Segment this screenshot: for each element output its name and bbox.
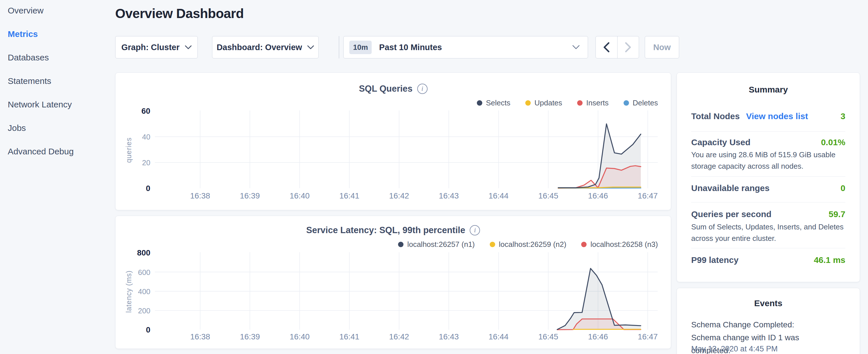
sql-queries-plot[interactable]: 16:3816:3916:4016:4116:4216:4316:4416:45… — [116, 73, 671, 210]
unavailable-ranges-value: 0 — [840, 183, 845, 193]
page-title: Overview Dashboard — [115, 6, 244, 21]
service-latency-chart-card: Service Latency: SQL, 99th percentile i … — [115, 216, 671, 349]
svg-text:400: 400 — [138, 288, 150, 296]
svg-text:0: 0 — [146, 325, 150, 334]
summary-row-p99: P99 latency 46.1 ms — [691, 255, 845, 265]
chevron-down-icon — [307, 45, 314, 50]
divider — [691, 202, 845, 202]
sidebar-item-advanced-debug[interactable]: Advanced Debug — [8, 147, 74, 156]
svg-text:16:38: 16:38 — [190, 191, 210, 200]
now-button[interactable]: Now — [645, 36, 679, 58]
dashboard-dropdown-label: Dashboard: Overview — [217, 43, 302, 52]
svg-text:16:39: 16:39 — [240, 332, 260, 341]
svg-text:16:45: 16:45 — [538, 332, 558, 341]
sidebar-item-statements[interactable]: Statements — [8, 77, 51, 85]
svg-text:16:45: 16:45 — [538, 191, 558, 200]
svg-text:16:38: 16:38 — [190, 332, 210, 341]
svg-text:16:40: 16:40 — [290, 191, 310, 200]
total-nodes-value: 3 — [840, 111, 845, 121]
svg-text:60: 60 — [142, 106, 150, 116]
events-title: Events — [677, 298, 860, 308]
sidebar: Overview Metrics Databases Statements Ne… — [0, 0, 112, 354]
capacity-used-value: 0.01% — [821, 137, 845, 147]
svg-text:600: 600 — [138, 268, 150, 277]
svg-text:20: 20 — [142, 159, 150, 167]
time-range-picker[interactable]: 10m Past 10 Minutes — [343, 36, 588, 58]
qps-value: 59.7 — [829, 210, 845, 219]
sidebar-item-network-latency[interactable]: Network Latency — [8, 100, 72, 109]
divider — [691, 131, 845, 132]
summary-row-total-nodes: Total Nodes View nodes list 3 — [691, 111, 845, 121]
sidebar-item-metrics[interactable]: Metrics — [8, 30, 38, 38]
svg-text:16:42: 16:42 — [389, 191, 409, 200]
svg-text:0: 0 — [146, 184, 150, 193]
svg-text:16:41: 16:41 — [339, 332, 359, 341]
svg-text:16:42: 16:42 — [389, 332, 409, 341]
total-nodes-label: Total Nodes — [691, 111, 740, 121]
divider — [691, 176, 845, 177]
events-panel: Events Schema Change Completed: Schema c… — [677, 288, 860, 354]
sidebar-item-overview[interactable]: Overview — [8, 6, 43, 15]
divider — [691, 248, 845, 248]
svg-text:16:39: 16:39 — [240, 191, 260, 200]
p99-latency-value: 46.1 ms — [814, 255, 845, 265]
graph-dropdown-label: Graph: Cluster — [121, 43, 179, 52]
time-nav-arrows — [595, 36, 639, 58]
time-range-label: Past 10 Minutes — [379, 43, 442, 52]
svg-text:16:41: 16:41 — [339, 191, 359, 200]
svg-text:40: 40 — [142, 133, 150, 141]
capacity-used-label: Capacity Used — [691, 137, 750, 147]
svg-text:200: 200 — [138, 307, 150, 315]
summary-panel: Summary Total Nodes View nodes list 3 Ca… — [677, 72, 860, 282]
summary-row-qps: Queries per second 59.7 — [691, 210, 845, 219]
chevron-left-icon — [603, 42, 610, 53]
service-latency-plot[interactable]: 16:3816:3916:4016:4116:4216:4316:4416:45… — [116, 216, 671, 349]
svg-text:16:43: 16:43 — [439, 191, 459, 200]
event-item-timestamp: May 13, 2020 at 4:45 PM — [691, 345, 778, 353]
svg-text:800: 800 — [137, 248, 150, 257]
svg-text:16:44: 16:44 — [489, 332, 509, 341]
svg-text:16:46: 16:46 — [588, 332, 608, 341]
chevron-down-icon — [185, 45, 192, 50]
sql-queries-chart-card: SQL Queries i SelectsUpdatesInsertsDelet… — [115, 72, 671, 210]
next-time-button[interactable] — [618, 36, 639, 58]
svg-text:16:47: 16:47 — [638, 191, 658, 200]
chevron-down-icon — [572, 45, 580, 50]
summary-row-capacity: Capacity Used 0.01% — [691, 137, 845, 147]
qps-label: Queries per second — [691, 210, 771, 219]
sidebar-item-databases[interactable]: Databases — [8, 53, 49, 62]
unavailable-ranges-label: Unavailable ranges — [691, 183, 769, 193]
time-range-badge: 10m — [349, 41, 372, 54]
dashboard-dropdown[interactable]: Dashboard: Overview — [212, 36, 319, 58]
capacity-used-description: You are using 28.6 MiB of 515.9 GiB usab… — [691, 149, 847, 172]
chevron-right-icon — [625, 42, 631, 53]
svg-text:16:46: 16:46 — [588, 191, 608, 200]
qps-description: Sum of Selects, Updates, Inserts, and De… — [691, 221, 852, 244]
toolbar-divider — [339, 36, 339, 58]
prev-time-button[interactable] — [596, 36, 618, 58]
graph-dropdown[interactable]: Graph: Cluster — [115, 36, 198, 58]
svg-text:16:47: 16:47 — [638, 332, 658, 341]
view-nodes-list-link[interactable]: View nodes list — [746, 111, 808, 121]
svg-text:16:40: 16:40 — [290, 332, 310, 341]
sidebar-item-jobs[interactable]: Jobs — [8, 124, 26, 132]
summary-row-unavailable-ranges: Unavailable ranges 0 — [691, 183, 845, 193]
svg-text:16:44: 16:44 — [489, 191, 509, 200]
svg-text:16:43: 16:43 — [439, 332, 459, 341]
summary-title: Summary — [677, 85, 860, 95]
p99-latency-label: P99 latency — [691, 255, 739, 265]
